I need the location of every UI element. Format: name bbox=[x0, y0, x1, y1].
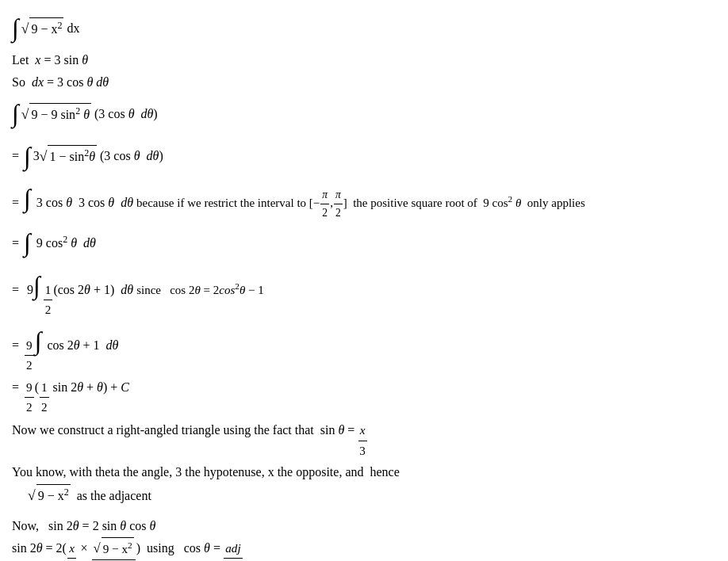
line-factor3: = ∫ 3 √ 1 − sin2θ (3 cos θ dθ) bbox=[12, 136, 716, 177]
blank-line-1 bbox=[12, 508, 716, 516]
line-9over2: = 9 2 ∫ cos 2θ + 1 dθ bbox=[12, 321, 716, 376]
line-let: Let x = 3 sin θ bbox=[12, 50, 716, 71]
line-now-sin2: Now, sin 2θ = 2 sin θ cos θ bbox=[12, 516, 716, 536]
line-sin2-expand: sin 2θ = 2( x 3 × √ 9 − x2 3 ) using cos… bbox=[12, 537, 716, 561]
line-half-angle: = 9 ∫ 1 2 (cos 2θ + 1) dθ since cos 2θ =… bbox=[12, 265, 716, 320]
line-triangle-desc: You know, with theta the angle, 3 the hy… bbox=[12, 462, 716, 483]
line-substituted: ∫ √ 9 − 9 sin2 θ (3 cos θ dθ) bbox=[12, 94, 716, 134]
line-adjacent: √ 9 − x2 as the adjacent bbox=[28, 484, 716, 506]
sqrt-expr-1: √ 9 − x2 bbox=[21, 17, 64, 40]
line-result1: = 9 2 ( 1 2 sin 2θ + θ) + C bbox=[12, 377, 716, 418]
line-triangle-text: Now we construct a right-angled triangle… bbox=[12, 420, 716, 460]
integral-sign-1: ∫ bbox=[12, 8, 19, 48]
line-cos3cos3: = ∫ 3 cos θ 3 cos θ dθ because if we res… bbox=[12, 178, 716, 222]
line-so: So dx = 3 cos θ dθ bbox=[12, 72, 716, 93]
math-content: ∫ √ 9 − x2 dx Let x = 3 sin θ So dx = 3 … bbox=[12, 8, 716, 561]
line-9cos2: = ∫ 9 cos2 θ dθ bbox=[12, 223, 716, 263]
line-1: ∫ √ 9 − x2 dx bbox=[12, 8, 716, 48]
